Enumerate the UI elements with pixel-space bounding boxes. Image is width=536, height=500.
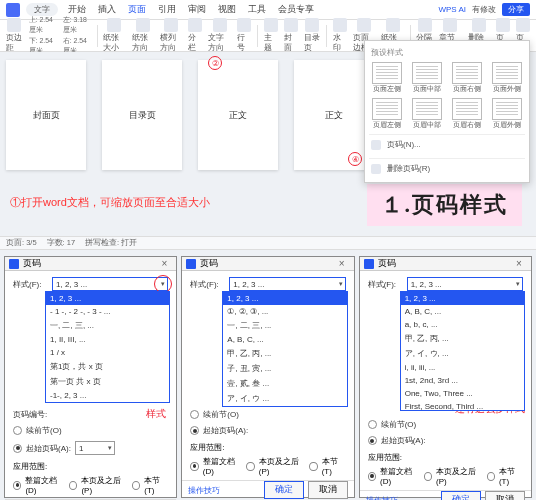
list-item[interactable]: First, Second, Third ... [401, 400, 524, 411]
close-icon[interactable]: × [334, 258, 350, 269]
style-dropdown-list[interactable]: 1, 2, 3 ... A, B, C, ... a, b, c, ... 甲,… [400, 291, 525, 411]
cancel-button[interactable]: 取消 [485, 491, 525, 500]
pending-indicator[interactable]: 有修改 [472, 4, 496, 15]
page-number-dialog-1: 页码 × 样式(F): 1, 2, 3 ... 1, 2, 3 ... - 1 … [4, 256, 177, 498]
annotation-2: ② [208, 56, 222, 70]
cover[interactable]: 封面 [284, 18, 298, 53]
list-item[interactable]: a, b, c, ... [401, 318, 524, 331]
page-thumb[interactable]: 正文 [294, 60, 374, 170]
ok-button[interactable]: 确定 [441, 491, 481, 500]
tab-view[interactable]: 视图 [218, 4, 236, 16]
list-item[interactable]: 甲, 乙, 丙, ... [401, 331, 524, 346]
menu-tabs: 开始 插入 页面 引用 审阅 视图 工具 会员专享 [68, 4, 314, 16]
theme[interactable]: 主题 [264, 18, 278, 53]
margins-group[interactable]: 页边距 [6, 18, 23, 53]
dialog-titlebar[interactable]: 页码 × [182, 257, 353, 271]
list-item[interactable]: 一, 二, 三, ... [46, 318, 169, 333]
columns[interactable]: 分栏 [188, 18, 202, 53]
tips-link[interactable]: 操作技巧 [366, 495, 398, 501]
wps-ai[interactable]: WPS AI [438, 5, 466, 14]
page-thumb[interactable]: 封面页 [6, 60, 86, 170]
list-item[interactable]: -1-, 2, 3 ... [46, 389, 169, 402]
preset-cell[interactable]: 页面左侧 [369, 62, 406, 94]
list-item[interactable]: 甲, 乙, 丙, ... [223, 346, 346, 361]
preset-cell[interactable]: 页眉中部 [409, 98, 446, 130]
tab-review[interactable]: 审阅 [188, 4, 206, 16]
list-item[interactable]: 1, II, III, ... [46, 333, 169, 346]
style-combo[interactable]: 1, 2, 3 ... [407, 277, 523, 291]
cancel-button[interactable]: 取消 [308, 481, 348, 499]
list-item[interactable]: 一, 二, 三, ... [223, 318, 346, 333]
radio-start[interactable] [190, 426, 199, 435]
close-icon[interactable]: × [511, 258, 527, 269]
list-item[interactable]: A, B, C, ... [223, 333, 346, 346]
dialog-titlebar[interactable]: 页码 × [360, 257, 531, 271]
radio-start[interactable] [368, 436, 377, 445]
paper-size[interactable]: 纸张大小 [103, 18, 125, 53]
preset-cell[interactable]: 页眉左侧 [369, 98, 406, 130]
preset-cell[interactable]: 页面右侧 [449, 62, 486, 94]
page-number-dropdown: 预设样式 页面左侧 页面中部 页面右侧 页面外侧 页眉左侧 页眉中部 页眉右侧 … [364, 40, 530, 183]
paper-orient[interactable]: 纸张方向 [132, 18, 154, 53]
app-icon [186, 259, 196, 269]
share-button[interactable]: 分享 [502, 3, 530, 16]
list-item[interactable]: 子, 丑, 寅, ... [223, 361, 346, 376]
tab-member[interactable]: 会员专享 [278, 4, 314, 16]
list-item[interactable]: ア, イ, ウ ... [223, 391, 346, 406]
tab-tools[interactable]: 工具 [248, 4, 266, 16]
style-dropdown-list[interactable]: 1, 2, 3 ... - 1 -, - 2 -, - 3 - ... 一, 二… [45, 291, 170, 403]
apply-range: 应用范围: 整篇文档(D) 本页及之后(P) 本节(T) [5, 461, 176, 499]
preset-cell[interactable]: 页面中部 [409, 62, 446, 94]
list-item[interactable]: ①, ②, ③, ... [223, 305, 346, 318]
close-icon[interactable]: × [156, 258, 172, 269]
list-item[interactable]: One, Two, Three ... [401, 387, 524, 400]
list-item[interactable]: 第一页 共 x 页 [46, 374, 169, 389]
menubar-right: WPS AI 有修改 分享 [438, 3, 530, 16]
list-item[interactable]: 1, 2, 3 ... [401, 292, 524, 305]
radio-continue[interactable] [13, 426, 22, 435]
list-item[interactable]: 1st, 2nd, 3rd ... [401, 374, 524, 387]
list-item[interactable]: 1 / x [46, 346, 169, 359]
list-item[interactable]: 第1页，共 x 页 [46, 359, 169, 374]
watermark[interactable]: 水印 [333, 18, 347, 53]
list-item[interactable]: A, B, C, ... [401, 305, 524, 318]
page-thumb[interactable]: 目录页 [102, 60, 182, 170]
preset-cell[interactable]: 页眉外侧 [488, 98, 525, 130]
page-thumb[interactable]: 正文 [198, 60, 278, 170]
list-item[interactable]: 壹, 贰, 叁 ... [223, 376, 346, 391]
radio-continue[interactable] [368, 420, 377, 429]
dialog-title: 页码 [23, 257, 41, 270]
col-orient[interactable]: 横列方向 [160, 18, 182, 53]
tab-ref[interactable]: 引用 [158, 4, 176, 16]
ok-button[interactable]: 确定 [264, 481, 304, 499]
page-number-menu-item[interactable]: 页码(N)... [369, 134, 525, 154]
style-combo[interactable]: 1, 2, 3 ... [229, 277, 345, 291]
style-dropdown-list[interactable]: 1, 2, 3 ... ①, ②, ③, ... 一, 二, 三, ... A,… [222, 291, 347, 407]
start-spinner[interactable]: 1 [75, 441, 115, 455]
line-num[interactable]: 行号 [237, 18, 251, 53]
delete-page-number-menu-item[interactable]: 删除页码(R) [369, 158, 525, 178]
tips-link[interactable]: 操作技巧 [188, 485, 220, 496]
list-item[interactable]: ア, イ, ウ, ... [401, 346, 524, 361]
preset-cell[interactable]: 页眉右侧 [449, 98, 486, 130]
radio-whole[interactable] [13, 481, 21, 490]
dropdown-section-title: 预设样式 [369, 45, 525, 62]
toc-page[interactable]: 目录页 [304, 18, 321, 53]
section-heading-sticker: １.页码样式 [367, 184, 523, 226]
preset-cell[interactable]: 页面外侧 [488, 62, 525, 94]
list-item[interactable]: - 1 -, - 2 -, - 3 - ... [46, 305, 169, 318]
radio-section[interactable] [132, 481, 140, 490]
radio-continue[interactable] [190, 410, 199, 419]
radio-start[interactable] [13, 444, 22, 453]
dialog-titlebar[interactable]: 页码 × [5, 257, 176, 271]
list-item[interactable]: i, ii, iii, ... [401, 361, 524, 374]
list-item[interactable]: 1, 2, 3 ... [223, 292, 346, 305]
list-item[interactable]: 1, 2, 3 ... [46, 292, 169, 305]
radio-after[interactable] [69, 481, 77, 490]
app-icon [9, 259, 19, 269]
tab-insert[interactable]: 插入 [98, 4, 116, 16]
text-dir[interactable]: 文字方向 [208, 18, 230, 53]
tab-start[interactable]: 开始 [68, 4, 86, 16]
tab-page[interactable]: 页面 [128, 4, 146, 16]
style-combo[interactable]: 1, 2, 3 ... [52, 277, 168, 291]
